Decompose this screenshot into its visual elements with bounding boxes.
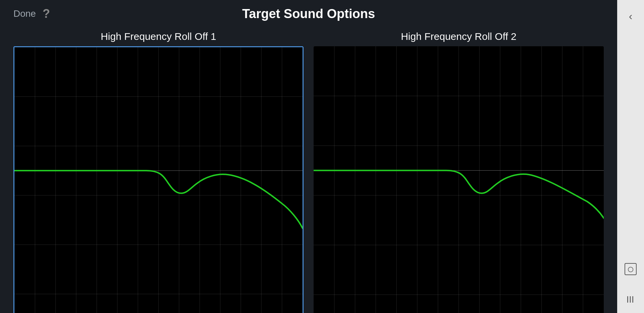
page-title: Target Sound Options <box>242 7 375 21</box>
chart-2-title: High Frequency Roll Off 2 <box>401 31 517 42</box>
chart-1-title: High Frequency Roll Off 1 <box>101 31 216 42</box>
chart-2-svg <box>314 46 604 313</box>
header: Done ? Target Sound Options <box>0 0 617 27</box>
chart-1-svg <box>14 47 303 313</box>
chart-1-frame[interactable] <box>13 46 304 313</box>
chart-2-frame[interactable] <box>314 46 604 313</box>
sidebar-bottom: ○ ||| <box>625 263 637 303</box>
home-button[interactable]: ○ <box>625 263 637 275</box>
sidebar: ‹ ○ ||| <box>617 0 644 313</box>
main-content: Done ? Target Sound Options High Frequen… <box>0 0 617 313</box>
done-button[interactable]: Done <box>13 8 36 19</box>
chart-2-wrapper: High Frequency Roll Off 2 <box>314 31 604 313</box>
back-button[interactable]: ‹ <box>629 10 633 22</box>
menu-button[interactable]: ||| <box>627 295 635 303</box>
charts-container: High Frequency Roll Off 1 <box>0 27 617 313</box>
chart-1-wrapper: High Frequency Roll Off 1 <box>13 31 304 313</box>
help-button[interactable]: ? <box>43 7 50 21</box>
